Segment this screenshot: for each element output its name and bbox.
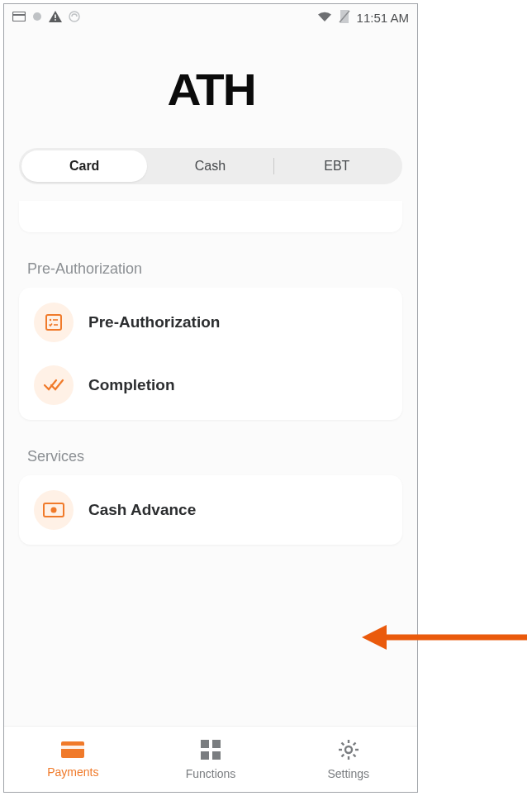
card-icon	[60, 741, 85, 762]
app-frame: 11:51 AM ATH Card Cash EBT Pre-Authoriza…	[3, 3, 418, 793]
clock: 11:51 AM	[357, 11, 409, 25]
nav-settings[interactable]: Settings	[279, 727, 417, 792]
section-title-preauth: Pre-Authorization	[27, 260, 417, 278]
svg-rect-7	[46, 315, 61, 330]
no-sim-icon	[339, 10, 350, 26]
tab-ebt[interactable]: EBT	[274, 150, 400, 182]
grid-icon	[200, 739, 221, 764]
nav-functions[interactable]: Functions	[142, 727, 280, 792]
row-label: Cash Advance	[88, 501, 196, 519]
row-cash-advance[interactable]: Cash Advance	[19, 479, 402, 541]
row-completion[interactable]: Completion	[19, 354, 402, 417]
section-title-services: Services	[27, 448, 417, 465]
preauth-card: Pre-Authorization Completion	[19, 288, 402, 420]
status-bar: 11:51 AM	[4, 4, 417, 31]
svg-line-24	[341, 742, 344, 745]
svg-line-27	[341, 754, 344, 756]
svg-rect-0	[13, 12, 26, 21]
content-scroll[interactable]: Pre-Authorization Pre-Authorization Comp…	[4, 201, 417, 545]
services-card: Cash Advance	[19, 475, 402, 545]
svg-point-8	[50, 319, 51, 321]
svg-line-26	[353, 742, 355, 745]
svg-rect-1	[13, 14, 26, 16]
nav-label: Settings	[327, 767, 369, 780]
warning-status-icon	[49, 11, 62, 25]
double-check-icon	[34, 365, 74, 405]
circle-status-icon	[32, 11, 42, 24]
bottom-nav: Payments Functions Settings	[4, 726, 417, 792]
status-left	[12, 11, 80, 25]
tab-cash[interactable]: Cash	[147, 150, 273, 182]
gear-icon	[338, 739, 359, 764]
svg-rect-4	[55, 19, 56, 21]
row-label: Pre-Authorization	[88, 313, 220, 331]
nav-label: Functions	[186, 767, 236, 780]
svg-rect-15	[201, 740, 209, 748]
status-right: 11:51 AM	[317, 10, 409, 26]
svg-rect-13	[61, 741, 84, 758]
row-label: Completion	[88, 376, 175, 394]
payment-method-tabs: Card Cash EBT	[19, 148, 402, 184]
svg-rect-18	[212, 751, 221, 760]
svg-line-25	[353, 754, 355, 756]
svg-rect-17	[201, 751, 209, 760]
card-status-icon	[12, 11, 26, 24]
svg-point-5	[69, 12, 79, 21]
nav-label: Payments	[47, 765, 98, 779]
svg-point-2	[33, 12, 41, 21]
row-pre-authorization[interactable]: Pre-Authorization	[19, 291, 402, 354]
svg-point-19	[345, 746, 352, 753]
svg-rect-3	[55, 14, 56, 18]
previous-card-peek	[19, 201, 402, 232]
svg-rect-16	[212, 740, 221, 748]
logo-area: ATH	[4, 31, 417, 140]
tab-card[interactable]: Card	[21, 150, 147, 182]
svg-rect-14	[61, 746, 84, 749]
svg-point-12	[51, 508, 57, 513]
wifi-icon	[317, 11, 332, 25]
checklist-icon	[34, 303, 74, 342]
cash-icon	[34, 490, 74, 530]
nav-payments[interactable]: Payments	[4, 727, 142, 792]
ath-logo: ATH	[167, 64, 254, 115]
sync-status-icon	[69, 11, 80, 25]
